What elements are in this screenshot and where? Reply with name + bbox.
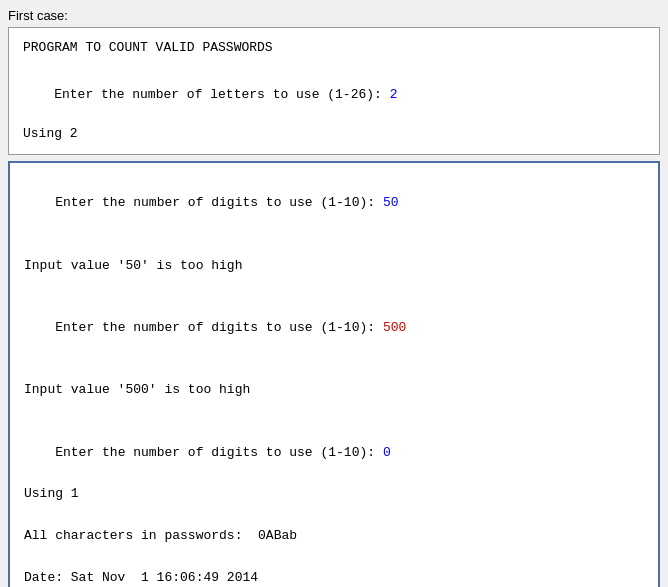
spacer-6 (24, 547, 644, 568)
first-case-label: First case: (8, 8, 660, 23)
all-chars: All characters in passwords: 0ABab (24, 526, 644, 547)
spacer-2 (24, 276, 644, 297)
digits-value-3: 0 (383, 445, 391, 460)
digits-prompt-1-text: Enter the number of digits to use (1-10)… (55, 195, 383, 210)
using-line: Using 2 (23, 124, 645, 144)
main-terminal-box: Enter the number of digits to use (1-10)… (8, 161, 660, 588)
digits-prompt-1: Enter the number of digits to use (1-10)… (24, 173, 644, 235)
too-high-2: Input value '500' is too high (24, 380, 644, 401)
too-high-1: Input value '50' is too high (24, 256, 644, 277)
digits-prompt-2-text: Enter the number of digits to use (1-10)… (55, 320, 383, 335)
letters-value: 2 (390, 87, 398, 102)
program-title: PROGRAM TO COUNT VALID PASSWORDS (23, 38, 645, 58)
letters-prompt-text: Enter the number of letters to use (1-26… (54, 87, 389, 102)
spacer-3 (24, 360, 644, 381)
digits-value-2: 500 (383, 320, 406, 335)
spacer-5 (24, 505, 644, 526)
letters-prompt: Enter the number of letters to use (1-26… (23, 66, 645, 125)
digits-prompt-2: Enter the number of digits to use (1-10)… (24, 297, 644, 359)
top-terminal-box: PROGRAM TO COUNT VALID PASSWORDS Enter t… (8, 27, 660, 155)
digits-value-1: 50 (383, 195, 399, 210)
digits-prompt-3-text: Enter the number of digits to use (1-10)… (55, 445, 383, 460)
digits-prompt-3: Enter the number of digits to use (1-10)… (24, 422, 644, 484)
spacer-1 (24, 235, 644, 256)
using-1: Using 1 (24, 484, 644, 505)
spacer-4 (24, 401, 644, 422)
date-line: Date: Sat Nov 1 16:06:49 2014 (24, 568, 644, 587)
